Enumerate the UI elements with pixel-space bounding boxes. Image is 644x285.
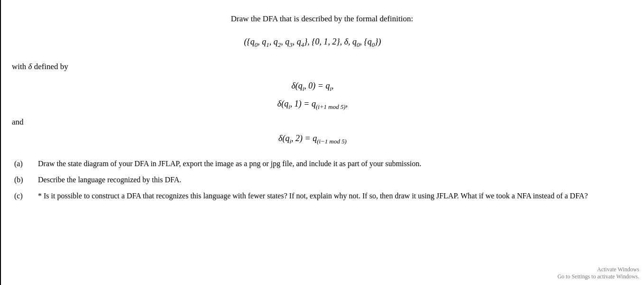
part-a: (a) Draw the state diagram of your DFA i… [14, 158, 616, 169]
part-c: (c) * Is it possible to construct a DFA … [14, 190, 616, 202]
part-a-label: (a) [14, 158, 38, 169]
formal-definition: ({q0, q1, q2, q3, q4}, {0, 1, 2}, δ, q0,… [9, 37, 616, 49]
part-a-text: Draw the state diagram of your DFA in JF… [38, 158, 616, 169]
main-question-text: Draw the DFA that is described by the fo… [231, 14, 413, 23]
part-b: (b) Describe the language recognized by … [14, 174, 616, 186]
equation-3-block: δ(qi, 2) = q(i−1 mod 5) [9, 134, 616, 145]
activate-windows-watermark: Activate Windows Go to Settings to activ… [557, 266, 639, 280]
main-question: Draw the DFA that is described by the fo… [9, 14, 616, 24]
part-c-label: (c) [14, 190, 38, 202]
formal-def-text: ({q0, q1, q2, q3, q4}, {0, 1, 2}, δ, q0,… [244, 37, 381, 46]
parts-section: (a) Draw the state diagram of your DFA i… [9, 158, 616, 202]
equation-2: δ(qi, 1) = q(i+1 mod 5), [9, 99, 616, 111]
activate-windows-line1: Activate Windows [557, 266, 639, 273]
part-b-text: Describe the language recognized by this… [38, 174, 616, 186]
with-delta-text: with δ defined by [9, 62, 616, 71]
page-content: Draw the DFA that is described by the fo… [9, 14, 616, 202]
part-c-text: * Is it possible to construct a DFA that… [38, 190, 616, 202]
and-text: and [9, 117, 616, 127]
part-b-label: (b) [14, 174, 38, 186]
activate-windows-line2: Go to Settings to activate Windows. [557, 273, 639, 280]
equation-1: δ(qi, 0) = qi, [9, 81, 616, 93]
equation-3: δ(qi, 2) = q(i−1 mod 5) [9, 134, 616, 145]
equations-block: δ(qi, 0) = qi, δ(qi, 1) = q(i+1 mod 5), [9, 81, 616, 111]
